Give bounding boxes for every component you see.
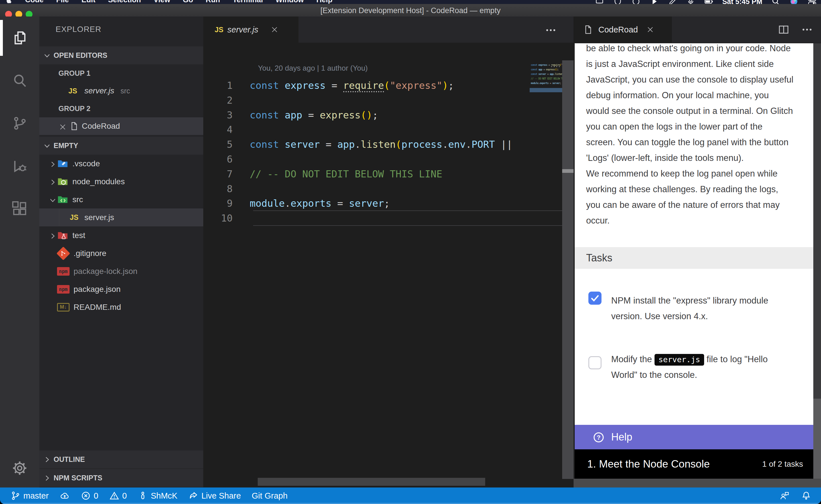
- horizontal-scrollbar-thumb[interactable]: [258, 478, 485, 486]
- statusbar-live-share[interactable]: Live Share: [188, 491, 241, 501]
- menu-window[interactable]: Window: [275, 0, 304, 4]
- statusbar-git-graph[interactable]: Git Graph: [252, 491, 288, 501]
- lesson-paragraph: We recommend to keep the log panel open …: [575, 166, 813, 228]
- pen-statusicon[interactable]: [668, 0, 677, 4]
- npm-icon: npm: [57, 285, 70, 294]
- git-icon: [57, 249, 70, 258]
- code-line-2[interactable]: 2: [203, 93, 530, 108]
- display-statusicon[interactable]: [595, 0, 604, 4]
- feedback-icon: [779, 491, 790, 501]
- apple-menu[interactable]: [5, 0, 13, 4]
- close-tab-button[interactable]: [646, 25, 655, 34]
- open-editors-header[interactable]: OPEN EDITORS: [39, 46, 203, 64]
- shield-statusicon[interactable]: [613, 0, 623, 4]
- editor-tabbar: JS server.js: [203, 17, 573, 43]
- code-line-1[interactable]: 1const express = require("express");: [203, 78, 530, 93]
- statusbar-shmck[interactable]: ShMcK: [138, 491, 177, 501]
- tab-coderoad[interactable]: CodeRoad: [574, 17, 672, 43]
- menu-terminal[interactable]: Terminal: [233, 0, 263, 4]
- control-center-statusicon[interactable]: [807, 0, 817, 4]
- siri-statusicon[interactable]: [789, 0, 799, 4]
- line-number: 3: [203, 109, 233, 121]
- statusbar-feedback[interactable]: [779, 491, 790, 501]
- spotlight-statusicon[interactable]: [771, 0, 781, 4]
- lesson-title: 1. Meet the Node Console: [587, 458, 762, 470]
- code-line-4[interactable]: 4: [203, 122, 530, 137]
- tree-item-src[interactable]: src: [39, 190, 203, 208]
- menu-file[interactable]: File: [56, 0, 69, 4]
- menu-go[interactable]: Go: [183, 0, 193, 4]
- tree-item-label: server.js: [84, 213, 114, 222]
- settings-button[interactable]: [0, 460, 39, 476]
- tree-item-readme-md[interactable]: M↓README.md: [39, 298, 203, 316]
- battery-statusicon[interactable]: [704, 0, 714, 4]
- menu-run[interactable]: Run: [206, 0, 220, 4]
- activitybar-extensions[interactable]: [0, 187, 39, 230]
- statusbar-bell[interactable]: [801, 491, 811, 501]
- statusbar-0[interactable]: 0: [109, 491, 127, 501]
- menu-code[interactable]: Code: [25, 0, 44, 4]
- code-line-5[interactable]: 5const server = app.listen(process.env.P…: [203, 137, 530, 152]
- statusbar-cloud-upload[interactable]: [60, 491, 70, 501]
- folder-header-empty[interactable]: EMPTY: [39, 137, 203, 155]
- tree-item-package-json[interactable]: npmpackage.json: [39, 280, 203, 298]
- minimap-line: module.exports = server;: [531, 82, 562, 85]
- cloud-upload-icon: [60, 491, 70, 501]
- tree-item-package-lock-json[interactable]: npmpackage-lock.json: [39, 262, 203, 280]
- window-titlebar[interactable]: [Extension Development Host] - CodeRoad …: [0, 4, 821, 17]
- code-line-9[interactable]: 9module.exports = server;: [203, 196, 530, 211]
- editor-name: CodeRoad: [82, 122, 120, 131]
- sidebar-title: EXPLORER: [39, 17, 203, 41]
- minimap[interactable]: const express = require("express");const…: [530, 61, 562, 147]
- menubar-status: Sat 5:45 PM: [595, 0, 817, 4]
- scm-icon: [11, 115, 28, 132]
- menu-help[interactable]: Help: [317, 0, 332, 4]
- mic-statusicon[interactable]: [686, 0, 696, 4]
- activitybar-source-control[interactable]: [0, 102, 39, 145]
- editor-actions-button[interactable]: [545, 24, 556, 36]
- open-editor-coderoad[interactable]: CodeRoad: [39, 117, 203, 135]
- editor-scrollbar[interactable]: [562, 60, 573, 479]
- task-checkbox[interactable]: [588, 292, 601, 305]
- code-line-7[interactable]: 7// -- DO NOT EDIT BELOW THIS LINE: [203, 167, 530, 181]
- menu-view[interactable]: View: [154, 0, 170, 4]
- record-statusicon[interactable]: [631, 0, 641, 4]
- code-line-8[interactable]: 8: [203, 181, 530, 196]
- section-outline[interactable]: OUTLINE: [39, 450, 203, 468]
- tab-server-js[interactable]: JS server.js: [203, 17, 299, 43]
- tree-item-test[interactable]: test: [39, 226, 203, 244]
- section-npm-scripts[interactable]: NPM SCRIPTS: [39, 469, 203, 487]
- tree-item-server-js[interactable]: JSserver.js: [39, 208, 203, 226]
- tree-item--gitignore[interactable]: .gitignore: [39, 244, 203, 262]
- record-icon: [631, 0, 641, 4]
- more-actions-button[interactable]: [801, 24, 813, 35]
- close-icon[interactable]: [58, 122, 67, 130]
- statusbar-master[interactable]: master: [10, 491, 49, 501]
- file-icon: [69, 121, 79, 130]
- tree-item--vscode[interactable]: .vscode: [39, 155, 203, 173]
- help-bar[interactable]: ? Help: [575, 425, 813, 449]
- tree-item-label: README.md: [73, 303, 121, 312]
- code-line-3[interactable]: 3const app = express();: [203, 108, 530, 122]
- menu-edit[interactable]: Edit: [81, 0, 95, 4]
- menubar-clock[interactable]: Sat 5:45 PM: [722, 0, 762, 4]
- code-line-6[interactable]: 6: [203, 152, 530, 167]
- help-icon: ?: [581, 431, 605, 443]
- statusbar-0[interactable]: 0: [81, 491, 98, 501]
- open-editor-server-js[interactable]: JSserver.jssrc: [39, 82, 203, 100]
- task-checkbox[interactable]: [588, 356, 601, 369]
- close-tab-button[interactable]: [270, 25, 279, 34]
- code-line-10[interactable]: 10: [203, 211, 530, 226]
- activitybar-explorer[interactable]: [0, 17, 39, 59]
- activitybar-search[interactable]: [0, 59, 39, 102]
- tree-item-node-modules[interactable]: node_modules: [39, 173, 203, 190]
- editor-scrollbar-thumb[interactable]: [562, 169, 573, 173]
- code-editor[interactable]: You, 20 days ago | 1 author (You) 1const…: [203, 43, 573, 487]
- play-statusicon[interactable]: [650, 0, 659, 4]
- activity-bar: [0, 17, 39, 487]
- menu-selection[interactable]: Selection: [108, 0, 141, 4]
- webview-scrollbar-thumb[interactable]: [813, 399, 821, 479]
- svg-text:?: ?: [596, 434, 600, 441]
- activitybar-run-debug[interactable]: [0, 145, 39, 187]
- split-editor-button[interactable]: [778, 24, 789, 35]
